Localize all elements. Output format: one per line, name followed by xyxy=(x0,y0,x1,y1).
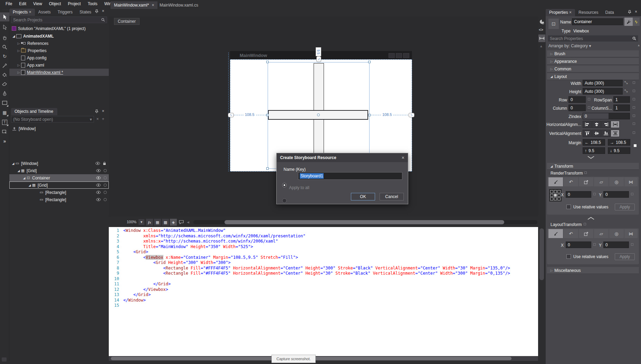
section-common[interactable]: ▷ Common xyxy=(547,66,639,72)
show-gridlines-icon[interactable]: ▦ xyxy=(154,219,161,226)
name-radio[interactable] xyxy=(282,183,287,187)
property-marker[interactable] xyxy=(593,243,596,246)
dialog-close-icon[interactable]: × xyxy=(402,155,404,160)
section-layout[interactable]: ◢ Layout xyxy=(547,73,639,80)
search-properties-input[interactable]: Search Properties xyxy=(548,35,638,42)
expander-icon[interactable]: ◢ xyxy=(11,162,15,165)
objects-timeline-title[interactable]: Objects and Timeline xyxy=(11,108,57,115)
property-marker-set[interactable] xyxy=(634,144,637,147)
assets-expander-icon[interactable]: » xyxy=(0,137,9,146)
column-input[interactable]: 0 xyxy=(568,105,586,111)
apply-button[interactable]: Apply xyxy=(615,204,635,210)
property-marker[interactable] xyxy=(633,115,635,117)
objects-tree-rectangle2[interactable]: ▭ [Rectangle] xyxy=(9,196,109,203)
margin-anchor-top-icon[interactable]: ∿ xyxy=(316,56,321,62)
pan-tool-icon[interactable] xyxy=(0,33,9,42)
objects-tree-container[interactable]: ◢ ⊡ Container xyxy=(9,174,109,181)
pen-tool-icon[interactable] xyxy=(0,89,9,98)
expander-icon[interactable]: ◢ xyxy=(17,169,20,173)
visibility-eye-icon[interactable] xyxy=(96,184,101,187)
effects-toggle-icon[interactable]: fx xyxy=(146,219,153,226)
zoom-level-label[interactable]: 100% xyxy=(127,220,136,224)
tree-item-appxaml[interactable]: ▷ App.xaml xyxy=(9,61,109,69)
visibility-eye-icon[interactable] xyxy=(96,191,101,194)
doc-tab-mainwindow-xaml[interactable]: MainWindow.xaml*× xyxy=(111,1,157,9)
tree-item-solution[interactable]: Solution "AnimatedXAML" (1 project) xyxy=(9,25,109,32)
element-name-input[interactable]: Container xyxy=(572,18,623,25)
panel-close-icon[interactable]: × xyxy=(102,9,104,13)
code-editor[interactable]: 1<Window x:Class="AnimatedXAML.MainWindo… xyxy=(109,227,538,356)
zoom-dropdown-icon[interactable]: ▾ xyxy=(138,219,144,225)
apply-to-all-radio[interactable] xyxy=(282,198,287,203)
flip-transform-tab[interactable]: ⋈ xyxy=(624,177,638,186)
rotate-transform-tab[interactable]: ↶ xyxy=(564,177,578,186)
menu-object[interactable]: Object xyxy=(46,0,65,8)
property-marker[interactable] xyxy=(631,193,633,195)
tab-properties-close-icon[interactable]: × xyxy=(569,10,572,15)
dialog-titlebar[interactable]: Create Storyboard Resource × xyxy=(277,153,408,162)
scale-transform-tab[interactable] xyxy=(579,229,593,238)
camera-orbit-tool-icon[interactable]: ↻ xyxy=(0,52,9,61)
design-view-icon[interactable] xyxy=(539,19,544,24)
doc-tab-mainwindow-cs[interactable]: MainWindow.xaml.cs xyxy=(156,1,202,9)
valign-stretch-button[interactable] xyxy=(611,130,620,137)
resize-handle-bottom-left[interactable] xyxy=(266,167,269,170)
expander-icon[interactable]: ▷ xyxy=(17,42,20,45)
eraser-tool-icon[interactable] xyxy=(0,80,9,89)
menu-project[interactable]: Project xyxy=(65,0,84,8)
margin-left-input[interactable]: ←108.5 xyxy=(583,139,605,146)
center-point-tab[interactable]: ◎ xyxy=(609,177,624,186)
panel-pin-icon[interactable] xyxy=(95,9,98,13)
ok-button[interactable]: OK xyxy=(351,193,375,200)
layout-y-input[interactable]: 0 xyxy=(603,242,629,248)
rotate-transform-tab[interactable]: ↶ xyxy=(564,229,578,238)
tree-item-properties[interactable]: ▷ Properties xyxy=(9,47,109,54)
objects-close-icon[interactable]: × xyxy=(102,109,104,114)
property-marker[interactable] xyxy=(584,223,586,225)
margin-top-input[interactable]: ↑9.5 xyxy=(583,147,605,154)
tab-resources[interactable]: Resources xyxy=(575,9,602,16)
arrange-by-dropdown[interactable]: Arrange by: Category ▾ xyxy=(548,43,591,48)
margin-anchor-right-icon[interactable]: ∿ xyxy=(409,113,414,117)
tab-projects-close-icon[interactable]: × xyxy=(29,10,31,14)
tab-properties[interactable]: Properties × xyxy=(546,9,575,16)
property-marker[interactable] xyxy=(631,243,633,246)
property-marker[interactable] xyxy=(588,98,590,100)
scale-transform-tab[interactable] xyxy=(579,177,593,186)
expander-icon[interactable]: ▷ xyxy=(17,71,20,74)
objects-tree-rectangle1[interactable]: ▭ [Rectangle] xyxy=(9,189,109,196)
advanced-dot-icon[interactable] xyxy=(104,176,107,179)
scope-row[interactable]: [Window] xyxy=(9,125,109,132)
doc-tab-close-icon[interactable]: × xyxy=(152,3,154,8)
collapse-pane-icon[interactable]: ▲ xyxy=(539,44,543,48)
tab-triggers[interactable]: Triggers xyxy=(54,9,76,16)
tab-projects[interactable]: Projects × xyxy=(9,9,35,16)
props-pin-icon[interactable] xyxy=(628,10,631,14)
property-marker[interactable] xyxy=(584,171,587,174)
close-storyboard-icon[interactable]: × xyxy=(96,117,99,121)
resize-handle-top-right[interactable] xyxy=(368,61,371,63)
skew-transform-tab[interactable]: ▱ xyxy=(594,177,609,186)
selection-tool-icon[interactable] xyxy=(0,12,9,21)
tree-item-appconfig[interactable]: App.config xyxy=(9,54,109,61)
apply-button[interactable]: Apply xyxy=(615,253,635,260)
code-view-icon[interactable]: <> xyxy=(539,28,543,32)
zoom-tool-icon[interactable] xyxy=(0,42,9,51)
section-transform[interactable]: ◢ Transform xyxy=(547,163,639,170)
tab-assets[interactable]: Assets xyxy=(35,9,54,16)
artboard-hscrollbar-thumb[interactable] xyxy=(224,220,504,224)
direct-selection-tool-icon[interactable] xyxy=(0,23,9,32)
valign-top-button[interactable] xyxy=(583,130,592,137)
visibility-eye-icon[interactable] xyxy=(96,169,101,172)
rowspan-input[interactable]: 1 xyxy=(613,96,630,103)
visibility-eye-icon[interactable] xyxy=(95,162,100,165)
property-marker[interactable] xyxy=(633,106,635,109)
menu-tools[interactable]: Tools xyxy=(84,0,101,8)
property-marker[interactable] xyxy=(633,90,635,92)
snap-to-grid-icon[interactable]: ▩ xyxy=(162,219,169,226)
rectangle-tool-icon[interactable] xyxy=(0,98,9,107)
valign-center-button[interactable] xyxy=(592,130,601,137)
translate-transform-tab[interactable] xyxy=(548,229,563,238)
objects-pin-icon[interactable] xyxy=(95,109,98,114)
breadcrumb[interactable]: Container xyxy=(114,18,140,25)
